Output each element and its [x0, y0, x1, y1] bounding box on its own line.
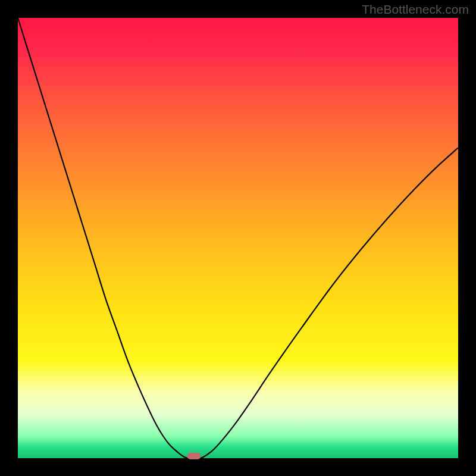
watermark-text: TheBottleneck.com	[362, 2, 469, 17]
chart-container	[0, 0, 476, 476]
bottom-marker	[187, 453, 201, 459]
plot-background	[18, 18, 458, 458]
bottleneck-chart	[0, 0, 476, 476]
